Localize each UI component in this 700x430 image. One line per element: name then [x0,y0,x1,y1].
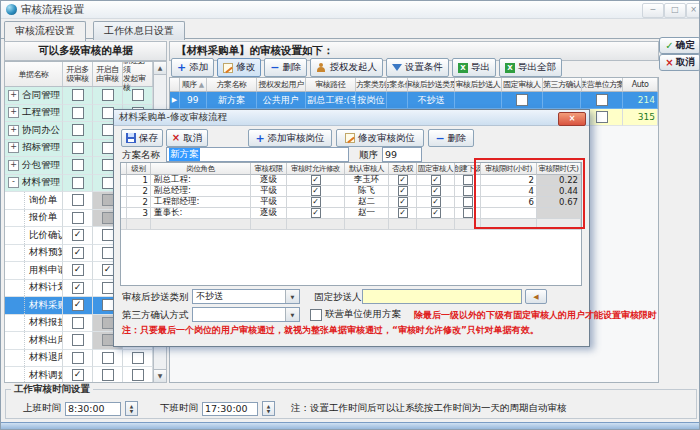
browse-button[interactable]: ◀ [525,289,547,304]
authorize-initiator-button[interactable]: 授权发起人 [310,58,383,77]
doc-tree-column-header[interactable]: 开启自由审核 [93,62,123,86]
checkbox[interactable] [596,111,608,123]
checkbox[interactable]: ✓ [311,197,321,207]
checkbox[interactable] [102,247,114,259]
checkbox[interactable] [72,334,84,346]
checkbox[interactable] [516,94,528,106]
checkbox[interactable] [72,89,84,101]
checkbox[interactable] [132,89,144,101]
checkbox[interactable] [72,194,84,206]
checkbox[interactable] [102,142,114,154]
ok-button[interactable]: ✓ 确定 [659,37,700,54]
audit-post-row[interactable]: 2副总经理:平级✓陈飞✓✓40.44 [121,186,581,197]
audit-post-row[interactable]: 2工程部经理:平级✓赵二✓✓60.67 [121,197,581,208]
grid-column-header[interactable]: 审核路径 [306,78,356,92]
checkbox[interactable]: ✓ [311,175,321,185]
checkbox[interactable]: ✓ [311,186,321,196]
grid-column-header[interactable]: 第三方确认 [543,78,582,92]
grid-column-header[interactable]: 顺序▲ [180,78,207,92]
dialog-column-header[interactable]: 否决权 [389,163,417,175]
expand-icon[interactable]: + [8,125,19,136]
checkbox[interactable] [72,159,84,171]
checkbox[interactable] [463,175,473,185]
checkbox[interactable] [463,197,473,207]
grid-column-header[interactable]: 方案类别 [356,78,387,92]
scroll-down-icon[interactable]: ▼ [154,369,166,382]
third-party-select[interactable]: ▼ [192,307,300,322]
scheme-name-input[interactable]: 新方案 [166,147,349,162]
dialog-column-header[interactable]: 审核权限 [251,163,287,175]
minimize-button[interactable]: ─ [642,3,664,18]
checkbox[interactable]: ✓ [72,282,84,294]
collapse-icon[interactable]: - [8,177,19,188]
checkbox[interactable] [102,299,114,311]
export-all-button[interactable]: 导出全部 [499,58,562,77]
modify-button[interactable]: 修改 [217,58,261,77]
add-audit-post-button[interactable]: 添加审核岗位 [248,129,332,147]
cancel-button[interactable]: × 取消 [659,54,700,71]
work-start-spinner[interactable]: ▲▼ [125,401,138,416]
checkbox[interactable] [72,142,84,154]
checkbox[interactable]: ✓ [102,264,114,276]
checkbox[interactable]: ✓ [431,208,441,218]
dialog-column-header[interactable]: 审核限时(天) [537,163,581,175]
checkbox[interactable] [72,177,84,189]
work-start-input[interactable] [65,402,121,416]
doc-tree-column-header[interactable]: 新建必须发起审核 [123,62,153,86]
checkbox[interactable] [102,159,114,171]
checkbox[interactable]: ✓ [431,186,441,196]
checkbox[interactable]: ✓ [398,186,408,196]
checkbox[interactable]: ✓ [72,264,84,276]
checkbox[interactable]: ✓ [431,175,441,185]
checkbox[interactable]: ✓ [72,247,84,259]
scroll-up-icon[interactable]: ▲ [154,62,166,75]
audit-post-row[interactable]: 3董事长:逐级✓赵一✓✓ [121,208,581,219]
work-end-spinner[interactable]: ▲▼ [262,401,275,416]
delete-post-button[interactable]: 删除 [428,129,474,147]
checkbox[interactable]: ✓ [431,197,441,207]
checkbox[interactable] [72,317,84,329]
checkbox[interactable] [102,124,114,136]
delete-button[interactable]: 删除 [264,58,307,77]
order-input[interactable]: 99 [382,147,422,162]
dialog-column-header[interactable]: 创建下级 [455,163,481,175]
checkbox[interactable] [102,229,114,241]
dialog-column-header[interactable]: 固定审核人 [417,163,455,175]
dialog-column-header[interactable]: 岗位角色 [151,163,251,175]
expand-icon[interactable]: + [8,90,19,101]
checkbox[interactable]: ✓ [72,299,84,311]
grid-column-header[interactable]: 审核后抄送人 [455,78,502,92]
doc-tree-row[interactable]: 材料调拨单✓ [5,367,166,383]
checkbox[interactable] [102,107,114,119]
doc-tree-row[interactable]: +合同管理 [5,87,166,105]
add-button[interactable]: 添加 [171,58,214,77]
expand-icon[interactable]: + [8,160,19,171]
checkbox[interactable] [102,352,114,364]
checkbox[interactable] [463,208,473,218]
dialog-column-header[interactable]: 默认审核人 [345,163,389,175]
checkbox[interactable] [102,177,114,189]
audit-post-row[interactable] [121,219,581,230]
grid-column-header[interactable]: 方案条件 [387,78,408,92]
checkbox[interactable] [463,186,473,196]
checkbox[interactable] [72,212,84,224]
expand-icon[interactable]: + [8,142,19,153]
spin-down-icon[interactable]: ▼ [267,409,270,414]
scheme-grid-row[interactable]: ▶99新方案公共用户副总工程:(李玉按岗位不抄送214 [170,92,658,109]
doc-tree-row[interactable]: 材料退库单 [5,350,166,368]
checkbox[interactable] [132,369,144,381]
checkbox[interactable]: ✓ [398,197,408,207]
tab-rest-day-settings[interactable]: 工作休息日设置 [93,21,185,40]
checkbox[interactable] [72,352,84,364]
dialog-cancel-button[interactable]: × 取消 [166,129,208,147]
expand-icon[interactable]: + [8,107,19,118]
audit-post-row[interactable]: 1副总工程:逐级✓李玉环✓✓20.22 [121,175,581,186]
joint-unit-checkbox[interactable] [310,309,322,321]
dialog-column-header[interactable]: 级别 [127,163,151,175]
checkbox[interactable]: ✓ [311,208,321,218]
grid-column-header[interactable]: 固定审核人 [502,78,543,92]
checkbox[interactable]: ✓ [398,175,408,185]
dialog-close-button[interactable]: × [558,112,586,126]
grid-column-header[interactable]: Auto [623,78,658,92]
dialog-column-header[interactable]: 审核时允许修改 [287,163,345,175]
